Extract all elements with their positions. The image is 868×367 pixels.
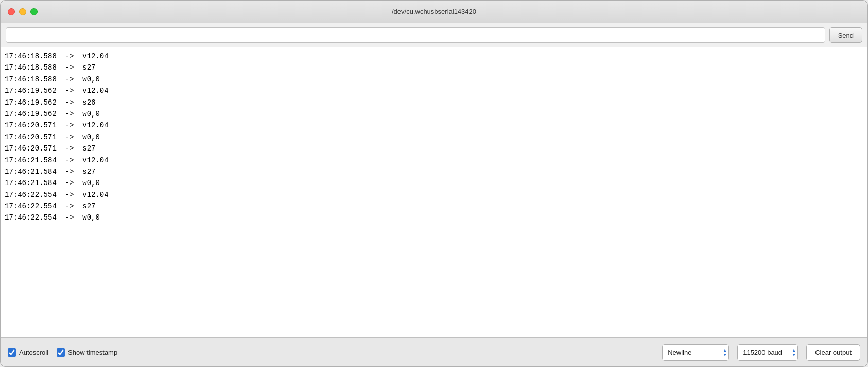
output-line: 17:46:19.562 -> w0,0 [5,108,863,120]
newline-select-wrapper: NewlineNo line endingCarriage returnBoth… [662,344,729,361]
traffic-lights [8,8,38,15]
send-button[interactable]: Send [829,27,862,43]
maximize-button[interactable] [30,8,38,15]
output-line: 17:46:20.571 -> w0,0 [5,131,863,143]
newline-select[interactable]: NewlineNo line endingCarriage returnBoth… [662,344,729,361]
output-line: 17:46:19.562 -> v12.04 [5,85,863,96]
output-line: 17:46:18.588 -> v12.04 [5,51,863,62]
minimize-button[interactable] [19,8,26,15]
autoscroll-label[interactable]: Autoscroll [19,348,48,356]
autoscroll-checkbox[interactable] [8,348,16,357]
output-line: 17:46:18.588 -> w0,0 [5,74,863,85]
output-line: 17:46:22.554 -> s27 [5,201,863,212]
output-line: 17:46:21.584 -> w0,0 [5,177,863,189]
window-title: /dev/cu.wchusbserial143420 [392,8,476,15]
output-line: 17:46:21.584 -> v12.04 [5,155,863,166]
close-button[interactable] [8,8,15,15]
baud-select[interactable]: 300 baud1200 baud2400 baud4800 baud9600 … [737,344,798,361]
status-bar: Autoscroll Show timestamp NewlineNo line… [1,338,867,366]
baud-select-wrapper: 300 baud1200 baud2400 baud4800 baud9600 … [737,344,798,361]
output-area[interactable]: 17:46:18.588 -> v12.0417:46:18.588 -> s2… [1,47,867,338]
output-line: 17:46:21.584 -> s27 [5,166,863,177]
show-timestamp-checkbox[interactable] [57,348,65,357]
output-line: 17:46:18.588 -> s27 [5,62,863,73]
clear-output-button[interactable]: Clear output [806,344,860,361]
show-timestamp-label[interactable]: Show timestamp [68,348,117,356]
toolbar: Send [1,23,867,47]
show-timestamp-group: Show timestamp [57,348,117,357]
output-line: 17:46:22.554 -> w0,0 [5,212,863,223]
title-bar: /dev/cu.wchusbserial143420 [1,1,867,23]
output-line: 17:46:20.571 -> v12.04 [5,120,863,131]
output-line: 17:46:19.562 -> s26 [5,97,863,108]
send-input[interactable] [6,27,825,43]
output-line: 17:46:22.554 -> v12.04 [5,189,863,201]
window: /dev/cu.wchusbserial143420 Send 17:46:18… [0,0,868,367]
autoscroll-group: Autoscroll [8,348,48,357]
output-line: 17:46:20.571 -> s27 [5,143,863,154]
